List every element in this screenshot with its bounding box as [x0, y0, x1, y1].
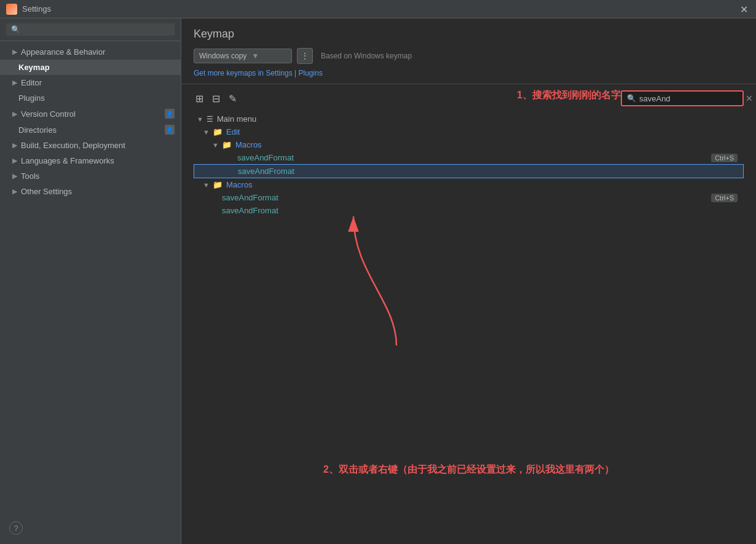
folder-icon: 📁	[213, 180, 222, 189]
page-title: Keymap	[194, 28, 744, 41]
folder-icon: 📁	[213, 127, 222, 136]
version-control-badge: 👤	[165, 109, 175, 119]
tree-expand-icon: ▼	[197, 116, 204, 123]
tree-item-saveandfromat-1[interactable]: saveAndFromat	[194, 164, 744, 178]
sidebar-search-bar: 🔍	[0, 18, 181, 41]
chevron-down-icon: ▼	[251, 52, 259, 60]
sidebar-item-appearance[interactable]: ▶ Appearance & Behavior	[0, 44, 181, 60]
expand-icon: ▶	[12, 141, 17, 149]
sidebar-item-label: Version Control	[21, 109, 76, 119]
sidebar-item-languages[interactable]: ▶ Languages & Frameworks	[0, 153, 181, 168]
menu-icon: ☰	[207, 115, 213, 124]
title-bar: Settings ✕	[0, 0, 756, 18]
sidebar-item-directories[interactable]: Directories 👤	[0, 122, 181, 138]
expand-icon: ▶	[12, 79, 17, 87]
tree-item-label: Macros	[235, 140, 262, 149]
tree-item-label: Edit	[226, 127, 240, 136]
sidebar-item-label: Plugins	[18, 93, 45, 103]
content-area: Keymap Windows copy ▼ ⋮ Based on Windows…	[181, 18, 756, 544]
tree-item-label: Main menu	[217, 114, 256, 124]
tree-item-saveandformat-2[interactable]: saveAndFormat Ctrl+S	[194, 191, 744, 204]
sidebar-search-input[interactable]	[23, 25, 170, 34]
keymap-select-value: Windows copy	[199, 52, 246, 60]
tree-item-macros-2[interactable]: ▼ 📁 Macros	[194, 178, 744, 191]
sidebar-item-label: Languages & Frameworks	[21, 156, 114, 165]
collapse-all-button[interactable]: ⊟	[210, 91, 222, 106]
sidebar-item-build[interactable]: ▶ Build, Execution, Deployment	[0, 138, 181, 153]
sidebar-item-label: Keymap	[18, 63, 50, 72]
tree-item-label: saveAndFromat	[238, 167, 294, 176]
search-icon: 🔍	[11, 25, 20, 34]
shortcut-badge: Ctrl+S	[711, 194, 738, 202]
tree-item-label: Macros	[226, 180, 253, 189]
sidebar-item-label: Appearance & Behavior	[21, 47, 105, 57]
get-more-keymaps-link[interactable]: Get more keymaps in Settings | Plugins	[194, 69, 744, 77]
sidebar-item-label: Build, Execution, Deployment	[21, 141, 125, 150]
sidebar-item-label: Other Settings	[21, 187, 72, 196]
expand-icon: ▶	[12, 172, 17, 180]
window-title: Settings	[22, 4, 51, 14]
main-container: 🔍 ▶ Appearance & Behavior Keymap ▶ Edito…	[0, 18, 756, 544]
sidebar-search-inner[interactable]: 🔍	[6, 23, 175, 36]
directories-badge: 👤	[165, 125, 175, 135]
expand-all-button[interactable]: ⊞	[194, 91, 205, 106]
sidebar-item-plugins[interactable]: Plugins	[0, 90, 181, 106]
shortcut-badge: Ctrl+S	[711, 154, 738, 162]
annotation-1: 1、搜索找到刚刚的名字	[517, 89, 621, 102]
tree-item-main-menu[interactable]: ▼ ☰ Main menu	[194, 112, 744, 125]
annotation-2: 2、双击或者右键（由于我之前已经设置过来，所以我这里有两个）	[323, 463, 614, 476]
keymap-options-button[interactable]: ⋮	[297, 48, 313, 64]
edit-button[interactable]: ✎	[227, 91, 238, 106]
sidebar: 🔍 ▶ Appearance & Behavior Keymap ▶ Edito…	[0, 18, 181, 544]
tree-item-macros-1[interactable]: ▼ 📁 Macros	[194, 138, 744, 151]
sidebar-nav: ▶ Appearance & Behavior Keymap ▶ Editor …	[0, 41, 181, 544]
search-icon: 🔍	[627, 94, 636, 103]
close-button[interactable]: ✕	[738, 3, 750, 15]
tree-expand-icon: ▼	[212, 141, 219, 149]
keymap-content: 1、搜索找到刚刚的名字 ⊞ ⊟ ✎ 🔍 ✕ ⌨ ▼ ☰	[181, 84, 756, 544]
sidebar-item-other[interactable]: ▶ Other Settings	[0, 184, 181, 199]
clear-search-button[interactable]: ✕	[746, 93, 753, 103]
tree-item-label: saveAndFromat	[222, 206, 278, 215]
sidebar-item-label: Directories	[18, 125, 57, 135]
sidebar-item-editor[interactable]: ▶ Editor	[0, 75, 181, 90]
expand-icon: ▶	[12, 157, 17, 165]
keymap-search-box: 🔍 ✕ ⌨	[621, 90, 744, 106]
sidebar-item-label: Editor	[21, 78, 42, 87]
tree-item-label: saveAndFormat	[222, 193, 278, 202]
sidebar-item-tools[interactable]: ▶ Tools	[0, 168, 181, 184]
sidebar-item-label: Tools	[21, 171, 39, 181]
tree-expand-icon: ▼	[203, 128, 210, 136]
keymap-based-text: Based on Windows keymap	[321, 52, 412, 60]
expand-icon: ▶	[12, 48, 17, 56]
tree-expand-icon: ▼	[203, 181, 210, 189]
expand-icon: ▶	[12, 187, 17, 195]
folder-icon: 📁	[222, 140, 232, 149]
app-logo	[6, 4, 17, 15]
tree-item-edit[interactable]: ▼ 📁 Edit	[194, 125, 744, 138]
keymap-toolbar: Windows copy ▼ ⋮ Based on Windows keymap	[194, 48, 744, 64]
keymap-search-input[interactable]	[639, 94, 742, 103]
content-header: Keymap Windows copy ▼ ⋮ Based on Windows…	[181, 18, 756, 84]
sidebar-item-version-control[interactable]: ▶ Version Control 👤	[0, 106, 181, 122]
keymap-actions-bar: ⊞ ⊟ ✎ 🔍 ✕ ⌨	[194, 90, 744, 106]
tree-item-saveandfromat-2[interactable]: saveAndFromat	[194, 204, 744, 217]
sidebar-item-keymap[interactable]: Keymap	[0, 60, 181, 75]
tree-item-label: saveAndFormat	[237, 153, 294, 162]
keymap-selector[interactable]: Windows copy ▼	[194, 49, 292, 63]
expand-icon: ▶	[12, 110, 17, 118]
help-button[interactable]: ?	[9, 521, 23, 535]
tree-item-saveandformat-1[interactable]: saveAndFormat Ctrl+S	[194, 151, 744, 164]
